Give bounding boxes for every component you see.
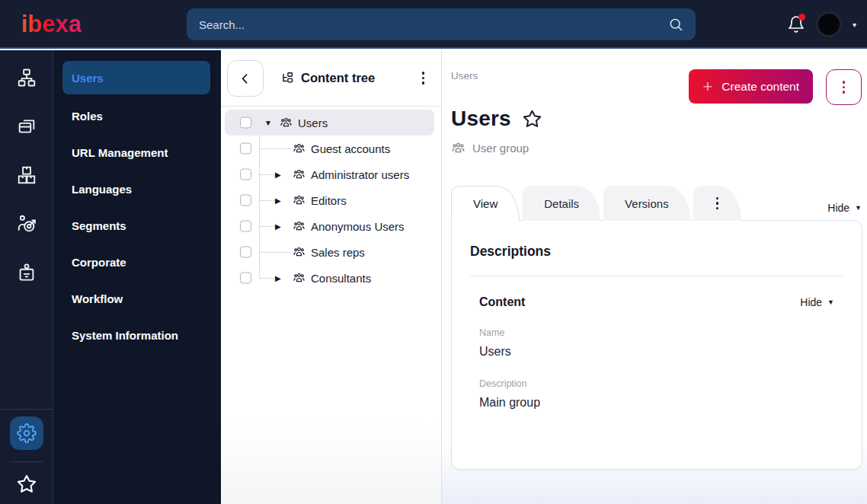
tree-item-users[interactable]: ▼ Users [221, 110, 441, 136]
product-boxes-icon[interactable] [16, 164, 37, 186]
more-options-button[interactable] [826, 69, 862, 105]
admin-sidebar: Users Roles URL Management Languages Seg… [53, 50, 221, 504]
notification-dot [798, 14, 805, 21]
content-section-header: Content Hide ▼ [479, 295, 834, 309]
kebab-menu-icon [712, 193, 724, 215]
tree-item-consultants[interactable]: ▶ Consultants [221, 265, 441, 291]
personalization-target-icon[interactable] [16, 213, 37, 234]
tree-checkbox[interactable] [240, 247, 251, 258]
content-cards-icon[interactable] [16, 116, 37, 137]
tree-icon [280, 71, 295, 85]
tab-more[interactable] [693, 186, 742, 221]
sidebar-item-workflow[interactable]: Workflow [53, 280, 221, 317]
tree-item-administrator-users[interactable]: ▶ Administrator users [221, 161, 441, 187]
descriptions-card: Descriptions Content Hide ▼ Name Users D… [451, 220, 862, 470]
card-divider [470, 276, 843, 276]
content-tree-panel: Content tree ▼ Users Guest accounts [221, 50, 442, 504]
notifications-bell-icon[interactable] [787, 15, 805, 33]
tree-item-guest-accounts[interactable]: Guest accounts [221, 136, 441, 161]
sidebar-item-roles[interactable]: Roles [53, 97, 221, 134]
content-tree-title: Content tree [280, 71, 375, 85]
sidebar-item-system-information[interactable]: System Information [53, 317, 221, 353]
tab-versions[interactable]: Versions [603, 186, 690, 221]
plus-icon: + [702, 78, 712, 95]
caret-down-icon: ▼ [855, 204, 862, 212]
tree-guide-stub [260, 148, 291, 149]
settings-gear-button[interactable] [10, 416, 43, 450]
tree-checkbox[interactable] [240, 273, 251, 284]
user-group-icon [280, 116, 293, 129]
sidebar-item-segments[interactable]: Segments [53, 207, 221, 244]
tree-checkbox[interactable] [240, 221, 251, 232]
ibexa-logo[interactable]: ibexa [21, 11, 82, 38]
field-value: Main group [479, 396, 862, 410]
field-value: Users [479, 345, 862, 359]
kebab-menu-icon [838, 76, 850, 98]
tree-guide-stub [260, 278, 275, 279]
field-label: Name [479, 327, 862, 338]
rail-divider [10, 461, 43, 462]
tree-checkbox[interactable] [240, 169, 251, 180]
content-tree-header: Content tree [221, 50, 441, 107]
caret-down-icon: ▼ [827, 298, 834, 306]
expand-arrow-icon[interactable]: ▶ [275, 196, 281, 205]
settings-gear-icon [17, 423, 37, 443]
user-group-icon [451, 141, 465, 155]
tree-checkbox[interactable] [240, 117, 251, 129]
page-title: Users [451, 107, 511, 131]
tree-guide-stub [260, 226, 275, 227]
tabs-bar: View Details Versions Hide ▼ [451, 186, 862, 221]
tree-guide-stub [260, 174, 275, 175]
sidebar-item-languages[interactable]: Languages [53, 171, 221, 207]
collapse-arrow-icon[interactable]: ▼ [264, 119, 272, 127]
hide-panel-toggle[interactable]: Hide ▼ [827, 202, 862, 214]
user-group-icon [293, 168, 306, 181]
tree-guide-stub [260, 200, 275, 201]
tree-guide-stub [260, 252, 291, 253]
title-row: Users [451, 107, 862, 131]
chevron-left-icon [238, 71, 253, 86]
expand-arrow-icon[interactable]: ▶ [275, 171, 281, 179]
search-icon[interactable] [668, 17, 683, 32]
content-tree-list: ▼ Users Guest accounts ▶ Administrator u… [221, 107, 441, 291]
avatar[interactable] [816, 11, 842, 37]
user-group-icon [293, 194, 306, 207]
sitemap-icon[interactable] [16, 67, 37, 88]
field-name: Name Users [479, 327, 862, 359]
tree-item-anonymous-users[interactable]: ▶ Anonymous Users [221, 213, 441, 239]
content-type-label: User group [472, 142, 529, 155]
tree-item-editors[interactable]: ▶ Editors [221, 187, 441, 213]
tree-item-sales-reps[interactable]: Sales reps [221, 239, 441, 265]
expand-arrow-icon[interactable]: ▶ [275, 222, 281, 231]
global-search-bar [187, 8, 696, 40]
hide-section-toggle[interactable]: Hide ▼ [800, 296, 834, 308]
tab-view[interactable]: View [451, 186, 520, 221]
tree-checkbox[interactable] [240, 143, 251, 155]
header-actions: + Create content [689, 69, 862, 105]
tab-details[interactable]: Details [523, 186, 600, 221]
collapse-tree-button[interactable] [227, 60, 264, 97]
expand-arrow-icon[interactable]: ▶ [275, 274, 281, 282]
favorite-star-icon[interactable] [522, 109, 542, 129]
user-menu-caret-icon[interactable]: ▾ [853, 21, 856, 29]
section-title: Content [479, 295, 525, 309]
favorites-star-icon[interactable] [16, 474, 37, 495]
user-group-icon [293, 142, 306, 155]
topbar-right: ▾ [787, 0, 856, 49]
user-group-icon [293, 272, 306, 285]
rail-divider [0, 409, 53, 410]
sidebar-item-users[interactable]: Users [62, 61, 210, 94]
content-type-row: User group [451, 141, 862, 155]
tree-checkbox[interactable] [240, 195, 251, 206]
tree-options-menu-icon[interactable] [418, 67, 430, 89]
field-description: Description Main group [479, 378, 862, 410]
corporate-badge-icon[interactable] [16, 262, 37, 283]
app-window: ibexa ▾ Users Ro [0, 0, 867, 504]
create-content-button[interactable]: + Create content [689, 69, 813, 104]
field-label: Description [479, 378, 862, 389]
sidebar-item-url-management[interactable]: URL Management [53, 134, 221, 171]
icon-rail [0, 50, 53, 504]
search-input[interactable] [199, 18, 668, 31]
user-group-icon [293, 220, 306, 233]
sidebar-item-corporate[interactable]: Corporate [53, 244, 221, 280]
